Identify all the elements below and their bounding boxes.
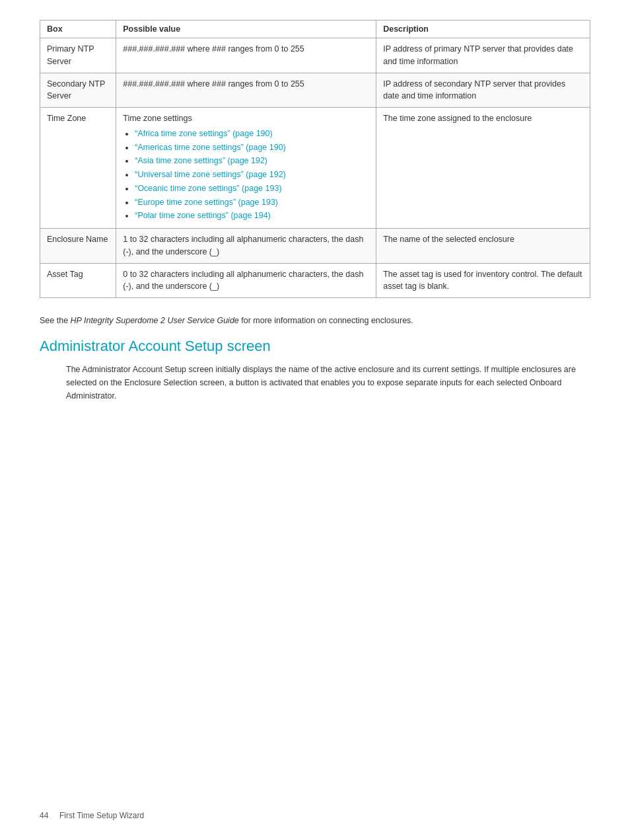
timezone-link[interactable]: “Asia time zone settings” (page 192) xyxy=(135,156,267,165)
table-row: Secondary NTPServer ###.###.###.### wher… xyxy=(40,73,590,108)
timezone-link-item: “Oceanic time zone settings” (page 193) xyxy=(135,182,369,195)
cell-box: Asset Tag xyxy=(40,263,116,298)
timezone-link[interactable]: “Polar time zone settings” (page 194) xyxy=(135,211,271,220)
cell-possible-value: ###.###.###.### where ### ranges from 0 … xyxy=(116,73,376,108)
cell-possible-value: ###.###.###.### where ### ranges from 0 … xyxy=(116,38,376,73)
cell-description: The asset tag is used for inventory cont… xyxy=(376,263,590,298)
table-row: Enclosure Name 1 to 32 characters includ… xyxy=(40,229,590,264)
col-header-description: Description xyxy=(376,20,590,38)
col-header-box: Box xyxy=(40,20,116,38)
cell-description: The time zone assigned to the enclosure xyxy=(376,108,590,229)
timezone-link-item: “Americas time zone settings” (page 190) xyxy=(135,141,369,154)
cell-box: Secondary NTPServer xyxy=(40,73,116,108)
section-title: Administrator Account Setup screen xyxy=(40,338,590,355)
cell-box: Enclosure Name xyxy=(40,229,116,264)
cell-possible-value: 1 to 32 characters including all alphanu… xyxy=(116,229,376,264)
chapter-name: First Time Setup Wizard xyxy=(59,811,144,820)
timezone-link-item: “Universal time zone settings” (page 192… xyxy=(135,169,369,181)
table-row: Asset Tag 0 to 32 characters including a… xyxy=(40,263,590,298)
timezone-link[interactable]: “Europe time zone settings” (page 193) xyxy=(135,198,278,207)
cell-box: Primary NTP Server xyxy=(40,38,116,73)
timezone-link-item: “Africa time zone settings” (page 190) xyxy=(135,128,369,140)
cell-description: IP address of primary NTP server that pr… xyxy=(376,38,590,73)
cell-possible-value-timezone: Time zone settings“Africa time zone sett… xyxy=(116,108,376,229)
cell-box: Time Zone xyxy=(40,108,116,229)
cell-description: IP address of secondary NTP server that … xyxy=(376,73,590,108)
timezone-link-item: “Asia time zone settings” (page 192) xyxy=(135,155,369,167)
table-row: Time Zone Time zone settings“Africa time… xyxy=(40,108,590,229)
page-footer: 44 First Time Setup Wizard xyxy=(40,811,144,820)
page-number: 44 xyxy=(40,811,48,820)
table-row: Primary NTP Server ###.###.###.### where… xyxy=(40,38,590,73)
cell-possible-value: 0 to 32 characters including all alphanu… xyxy=(116,263,376,298)
timezone-link-item: “Europe time zone settings” (page 193) xyxy=(135,196,369,209)
section-body: The Administrator Account Setup screen i… xyxy=(66,363,577,402)
timezone-link[interactable]: “Oceanic time zone settings” (page 193) xyxy=(135,184,281,193)
settings-table: Box Possible value Description Primary N… xyxy=(40,20,590,298)
col-header-possible-value: Possible value xyxy=(116,20,376,38)
timezone-link-item: “Polar time zone settings” (page 194) xyxy=(135,210,369,222)
timezone-link[interactable]: “Universal time zone settings” (page 192… xyxy=(135,170,286,179)
timezone-link[interactable]: “Africa time zone settings” (page 190) xyxy=(135,129,272,138)
timezone-link[interactable]: “Americas time zone settings” (page 190) xyxy=(135,143,286,152)
cell-description: The name of the selected enclosure xyxy=(376,229,590,264)
see-also-text: See the HP Integrity Superdome 2 User Se… xyxy=(40,314,590,327)
